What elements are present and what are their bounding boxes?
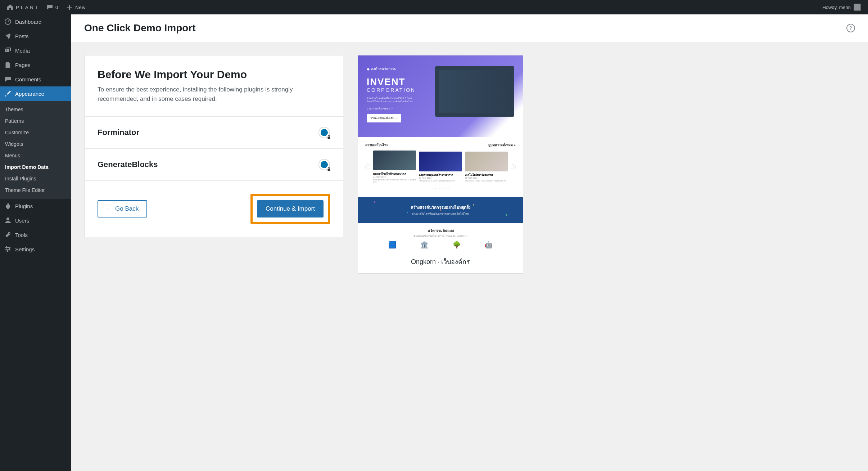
sidebar-item-label: Media xyxy=(15,48,30,54)
card-description: To ensure the best experience, installin… xyxy=(98,85,330,103)
sidebar-item-label: Pages xyxy=(15,62,31,68)
preview-cta: รายละเอียดเพิ่มเติม → xyxy=(367,114,401,122)
svg-point-2 xyxy=(6,50,7,51)
arrow-left-icon: ← xyxy=(106,205,112,212)
sidebar-item-pages[interactable]: Pages xyxy=(0,58,71,72)
lock-icon xyxy=(326,167,331,172)
submenu-customize[interactable]: Customize xyxy=(0,127,71,138)
svg-rect-1 xyxy=(5,49,9,52)
preview-hero-desc2: นวัตกรรมเพื่อ Plant 3 → xyxy=(367,107,417,111)
user-icon xyxy=(4,217,12,224)
submenu-patterns[interactable]: Patterns xyxy=(0,115,71,127)
preview-card-item: เทคโนโลยีสมาร์ทออฟฟิศ 21 April 2021 Scel… xyxy=(465,152,508,182)
carousel-dots: ○ ● ● ● ● xyxy=(365,188,516,190)
sidebar-item-tools[interactable]: Tools xyxy=(0,228,71,242)
building-icon: 🏛️ xyxy=(420,241,428,249)
preview-icons-section: นวัตกรรมต้นแบบ ตัวอย่างผลิตภัณฑ์โครงสร้า… xyxy=(358,223,523,252)
sidebar-item-label: Users xyxy=(15,217,29,224)
sidebar-item-label: Posts xyxy=(15,33,29,39)
wrench-icon xyxy=(4,231,12,238)
robot-icon: 🤖 xyxy=(485,241,493,249)
pin-icon xyxy=(4,32,12,40)
appearance-submenu: Themes Patterns Customize Widgets Menus … xyxy=(0,101,71,199)
sidebar-item-label: Tools xyxy=(15,232,28,238)
comment-icon xyxy=(4,76,12,83)
preview-hero-subtitle: CORPORATION xyxy=(367,87,428,93)
sidebar-item-media[interactable]: Media xyxy=(0,43,71,58)
sidebar-item-plugins[interactable]: Plugins xyxy=(0,199,71,213)
demo-preview-thumbnail: ◆ องค์กรนวัตกรรม INVENT CORPORATION ตัวอ… xyxy=(358,55,523,250)
sidebar-item-label: Settings xyxy=(15,246,35,252)
demo-preview-card: ◆ องค์กรนวัตกรรม INVENT CORPORATION ตัวอ… xyxy=(358,55,523,274)
import-card: Before We Import Your Demo To ensure the… xyxy=(84,55,343,237)
tree-icon: 🌳 xyxy=(453,241,461,249)
page-header: One Click Demo Import ? xyxy=(71,14,868,42)
home-icon xyxy=(6,4,14,11)
sidebar-item-settings[interactable]: Settings xyxy=(0,242,71,256)
preview-section-more: ดูบทความทั้งหมด » xyxy=(488,143,516,148)
sidebar-item-posts[interactable]: Posts xyxy=(0,29,71,43)
preview-hero-image xyxy=(435,66,514,117)
go-back-label: Go Back xyxy=(115,205,139,212)
page-icon xyxy=(4,61,12,68)
site-name: P L A N T xyxy=(16,5,39,10)
sidebar-item-dashboard[interactable]: Dashboard xyxy=(0,14,71,29)
plugin-icon xyxy=(4,202,12,210)
new-label: New xyxy=(75,5,86,10)
brush-icon xyxy=(4,90,12,97)
preview-logo: ◆ องค์กรนวัตกรรม xyxy=(367,66,428,72)
comment-icon xyxy=(46,4,53,11)
comment-count: 0 xyxy=(55,5,58,10)
sidebar-item-label: Comments xyxy=(15,76,41,82)
avatar xyxy=(854,4,861,11)
sidebar-item-appearance[interactable]: Appearance xyxy=(0,86,71,101)
plugin-name: GenerateBlocks xyxy=(98,160,158,169)
svg-rect-8 xyxy=(6,246,7,248)
preview-hero-title: INVENT xyxy=(367,77,428,87)
admin-sidebar: Dashboard Posts Media Pages Comments App… xyxy=(0,14,71,471)
help-button[interactable]: ? xyxy=(846,24,855,32)
sidebar-item-comments[interactable]: Comments xyxy=(0,72,71,86)
svg-rect-3 xyxy=(5,63,9,68)
sidebar-item-label: Plugins xyxy=(15,203,33,209)
carousel-next-icon: › xyxy=(511,164,516,169)
sidebar-item-users[interactable]: Users xyxy=(0,213,71,228)
settings-icon xyxy=(4,246,12,253)
dashboard-icon xyxy=(4,18,12,25)
submenu-import-demo-data[interactable]: Import Demo Data xyxy=(0,161,71,173)
site-home-link[interactable]: P L A N T xyxy=(4,0,41,14)
page-title: One Click Demo Import xyxy=(84,22,196,34)
cube-icon: 🟦 xyxy=(388,241,396,249)
lock-icon xyxy=(326,135,331,140)
submenu-install-plugins[interactable]: Install Plugins xyxy=(0,173,71,184)
greeting: Howdy, menn xyxy=(822,5,851,10)
sidebar-item-label: Appearance xyxy=(15,91,44,97)
submenu-menus[interactable]: Menus xyxy=(0,150,71,161)
submenu-themes[interactable]: Themes xyxy=(0,104,71,115)
preview-card-item: นวัตกรรมหุ่นยนต์สำรวจอวกาศ 21 April 2021… xyxy=(419,152,462,182)
continue-highlight: Continue & Import xyxy=(250,194,330,224)
preview-banner: สร้างสรรค์นวัตกรรมอย่างไม่หยุดยั้ง ตัวอย… xyxy=(358,197,523,223)
svg-rect-12 xyxy=(328,169,330,171)
plugin-name: Forminator xyxy=(98,128,139,137)
svg-rect-9 xyxy=(9,248,10,250)
plugin-row-generateblocks: GenerateBlocks xyxy=(85,148,343,180)
plugin-row-forminator: Forminator xyxy=(85,116,343,148)
new-content-link[interactable]: New xyxy=(63,0,89,14)
submenu-theme-file-editor[interactable]: Theme File Editor xyxy=(0,184,71,196)
user-menu[interactable]: Howdy, menn xyxy=(822,4,864,11)
svg-point-4 xyxy=(6,217,9,220)
submenu-widgets[interactable]: Widgets xyxy=(0,138,71,150)
carousel-prev-icon: ‹ xyxy=(365,164,370,169)
svg-rect-10 xyxy=(7,250,8,252)
preview-hero-desc: ตัวอย่างเว็บองค์กรที่สร้างจาก Plant 3 โด… xyxy=(367,97,417,104)
continue-import-button[interactable]: Continue & Import xyxy=(257,200,324,217)
go-back-button[interactable]: ← Go Back xyxy=(98,200,147,217)
plus-icon xyxy=(66,4,73,11)
sidebar-item-label: Dashboard xyxy=(15,19,41,25)
comments-link[interactable]: 0 xyxy=(43,0,61,14)
svg-rect-11 xyxy=(328,137,330,139)
card-title: Before We Import Your Demo xyxy=(98,68,330,81)
demo-name: Ongkorn · เว็บองค์กร xyxy=(358,250,523,273)
preview-section-title: ความเคลื่อนไหว xyxy=(365,143,388,148)
